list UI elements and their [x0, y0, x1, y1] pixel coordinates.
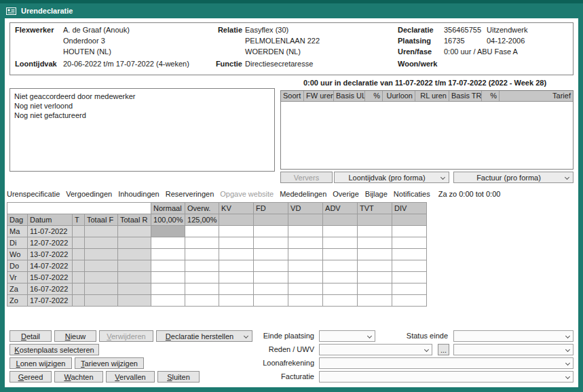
hour-cell[interactable]: [151, 295, 185, 307]
tab-overige[interactable]: Overige: [333, 190, 359, 198]
ververs-button[interactable]: Ververs: [280, 172, 333, 183]
tab-reserveringen[interactable]: Reserveringen: [166, 190, 214, 198]
hour-cell[interactable]: [185, 260, 219, 272]
uwv-select[interactable]: [453, 344, 573, 355]
nieuw-button[interactable]: Nieuw: [54, 330, 96, 342]
sluiten-button[interactable]: Sluiten: [157, 371, 200, 383]
declaratie-herstellen-label: Declaratie herstellen: [166, 332, 233, 340]
hour-cell[interactable]: [185, 249, 219, 260]
hour-cell[interactable]: [288, 283, 323, 295]
grid-group-header: Normaal: [151, 203, 185, 214]
hour-cell[interactable]: [254, 237, 288, 249]
hour-cell[interactable]: [151, 283, 185, 295]
hour-cell[interactable]: [219, 226, 254, 237]
tab-inhoudingen[interactable]: Inhoudingen: [118, 190, 159, 198]
grid-sub-header-row: Dag Datum T Totaal F Totaal R 100,00% 12…: [7, 214, 427, 226]
hour-cell[interactable]: [323, 295, 358, 307]
vervallen-button[interactable]: Vervallen: [106, 371, 155, 383]
hour-cell[interactable]: [254, 272, 288, 283]
status-einde-label: Status einde: [371, 330, 448, 342]
hour-cell[interactable]: [358, 260, 392, 272]
hour-cell[interactable]: [358, 226, 392, 237]
hour-cell[interactable]: [151, 226, 185, 237]
hour-cell[interactable]: [185, 237, 219, 249]
column-header-tarief: Tarief: [500, 91, 573, 101]
hour-cell[interactable]: [288, 237, 323, 249]
hour-cell[interactable]: [151, 260, 185, 272]
tab-mededelingen[interactable]: Mededelingen: [280, 190, 326, 198]
t-cell: [73, 249, 85, 260]
hour-cell[interactable]: [288, 260, 323, 272]
hour-cell[interactable]: [323, 260, 358, 272]
hour-cell[interactable]: [323, 226, 358, 237]
hour-cell[interactable]: [358, 272, 392, 283]
hour-cell[interactable]: [323, 249, 358, 260]
ververs-button-label: Ververs: [294, 174, 319, 182]
hour-cell[interactable]: [254, 283, 288, 295]
hour-cell[interactable]: [323, 272, 358, 283]
hour-cell[interactable]: [392, 237, 427, 249]
hour-cell[interactable]: [219, 272, 254, 283]
facturatie-select[interactable]: [319, 371, 573, 383]
hour-cell[interactable]: [151, 249, 185, 260]
hour-cell[interactable]: [358, 283, 392, 295]
hour-cell[interactable]: [219, 260, 254, 272]
hour-cell[interactable]: [254, 260, 288, 272]
hour-cell[interactable]: [254, 295, 288, 307]
hour-cell[interactable]: [288, 226, 323, 237]
hour-cell[interactable]: [323, 283, 358, 295]
hour-cell[interactable]: [392, 272, 427, 283]
hour-cell[interactable]: [323, 237, 358, 249]
hour-cell[interactable]: [358, 237, 392, 249]
hour-cell[interactable]: [185, 226, 219, 237]
hour-cell[interactable]: [358, 295, 392, 307]
status-line: Nog niet verloond: [14, 101, 270, 111]
hour-cell[interactable]: [219, 237, 254, 249]
loonafrekening-select[interactable]: [319, 357, 573, 369]
factuur-pro-forma-dropdown[interactable]: Factuur (pro forma): [453, 172, 573, 183]
hour-cell[interactable]: [219, 295, 254, 307]
window-titlebar[interactable]: Urendeclaratie: [0, 3, 583, 18]
plaatsing-label: Plaatsing: [398, 37, 431, 45]
gereed-button[interactable]: Gereed: [10, 371, 52, 383]
grid-sub-header: 100,00%: [151, 214, 185, 226]
hour-cell[interactable]: [185, 283, 219, 295]
tarieven-wijzigen-button[interactable]: Tarieven wijzigen: [75, 357, 144, 369]
reden-browse-button[interactable]: ...: [438, 344, 449, 355]
lonen-wijzigen-button[interactable]: Lonen wijzigen: [10, 357, 72, 369]
hour-cell[interactable]: [288, 272, 323, 283]
status-einde-select[interactable]: [453, 330, 573, 342]
hour-cell[interactable]: [288, 249, 323, 260]
hour-cell[interactable]: [358, 249, 392, 260]
declaratie-table-body[interactable]: [281, 102, 573, 169]
einde-plaatsing-select[interactable]: [319, 330, 375, 342]
detail-button[interactable]: Detail: [10, 330, 52, 342]
hour-cell[interactable]: [392, 249, 427, 260]
declaration-header-box: Flexwerker A. de Graaf (Anouk) Onderdoor…: [10, 22, 573, 75]
hour-cell[interactable]: [185, 272, 219, 283]
hour-cell[interactable]: [392, 283, 427, 295]
verwijderen-button[interactable]: Verwijderen: [99, 330, 153, 342]
hour-cell[interactable]: [254, 249, 288, 260]
hour-cell[interactable]: [392, 295, 427, 307]
reden-select[interactable]: [319, 344, 432, 355]
hour-cell[interactable]: [219, 283, 254, 295]
tab-vergoedingen[interactable]: Vergoedingen: [66, 190, 112, 198]
tab-notificaties[interactable]: Notificaties: [394, 190, 430, 198]
hour-cell[interactable]: [392, 260, 427, 272]
loontijdvak-pro-forma-dropdown[interactable]: Loontijdvak (pro forma): [334, 172, 449, 183]
hour-cell[interactable]: [392, 226, 427, 237]
hour-cell[interactable]: [151, 237, 185, 249]
hour-cell[interactable]: [254, 226, 288, 237]
grid-sub-header: T: [73, 214, 85, 226]
wachten-button[interactable]: Wachten: [54, 371, 103, 383]
hour-cell[interactable]: [151, 272, 185, 283]
hour-cell[interactable]: [288, 295, 323, 307]
hour-cell[interactable]: [185, 295, 219, 307]
tab-urenspecificatie[interactable]: Urenspecificatie: [7, 190, 60, 198]
hour-cell[interactable]: [219, 249, 254, 260]
tab-bijlage[interactable]: Bijlage: [365, 190, 388, 198]
kostenplaats-selecteren-button[interactable]: Kostenplaats selecteren: [10, 344, 99, 355]
day-cell: Do: [7, 260, 28, 272]
totaal-f-cell: [85, 237, 118, 249]
